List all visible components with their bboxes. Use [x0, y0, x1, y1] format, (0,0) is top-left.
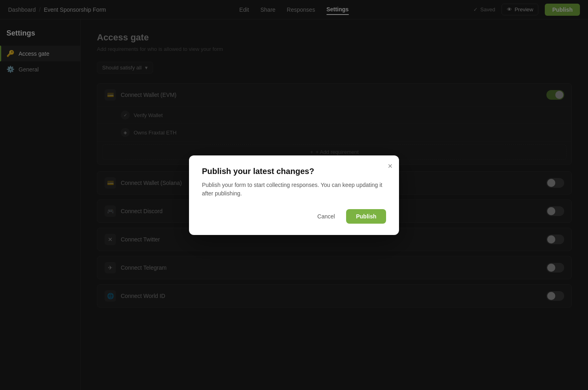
modal-body: Publish your form to start collecting re… [202, 181, 386, 198]
publish-modal: × Publish your latest changes? Publish y… [189, 155, 399, 235]
modal-actions: Cancel Publish [202, 209, 386, 224]
cancel-button[interactable]: Cancel [311, 209, 342, 224]
modal-close-button[interactable]: × [388, 162, 393, 170]
modal-overlay: × Publish your latest changes? Publish y… [0, 0, 588, 390]
modal-title: Publish your latest changes? [202, 167, 386, 176]
publish-modal-button[interactable]: Publish [346, 209, 386, 224]
